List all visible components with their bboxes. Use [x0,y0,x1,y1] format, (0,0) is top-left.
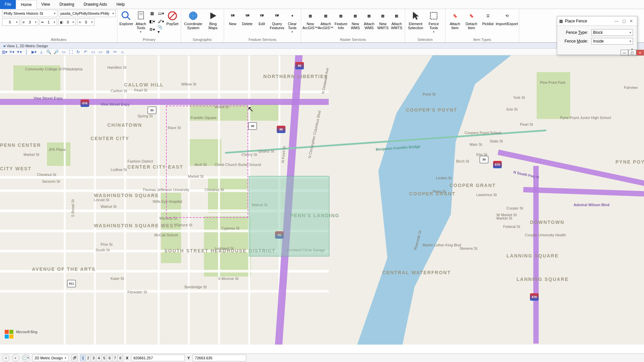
x-coord-input[interactable]: 820661.257 [131,355,185,361]
fence-mode-select[interactable]: Inside▾ [591,38,633,45]
vt-view-button[interactable]: ▥▾ [1,49,7,55]
street-label: Birch St [456,159,469,163]
tool2-button[interactable]: 🖉▾ [157,18,165,25]
vt-undo-button[interactable]: ↶ [83,49,89,55]
menu-help[interactable]: Help [112,0,129,9]
fs-clear-button[interactable]: ✴Clear Tools▾ [286,10,299,34]
model-status-value: 2D Metric Design [35,356,63,360]
vt-snap-button[interactable]: ✦▾ [16,49,22,55]
close-button[interactable]: ✕ [628,18,635,24]
ref-grid-button[interactable]: ▦ [149,10,156,17]
fs-new-button[interactable]: 🗺New [226,10,239,26]
vt-copy-button[interactable]: ⧉ [105,49,111,55]
history-button[interactable]: 🕘▾ [22,354,30,362]
view-tab-3[interactable]: 3 [91,355,96,361]
vt-play-button[interactable]: ▶▾ [31,49,37,55]
rs-newarc-button[interactable]: ▩New ArcGIS™ [303,10,317,30]
raster-icon: ▩ [350,10,361,21]
template-combo[interactable]: ⌗0▾ [77,18,95,26]
fs-query-label: Query Features [270,22,284,30]
vt-ref-button[interactable]: ☼ [119,49,125,55]
view-tab-1[interactable]: 1 [80,355,86,361]
rs-info-button[interactable]: ▩Feature Info [334,10,348,30]
rs-newwmts-button[interactable]: ▩New WMTS [377,10,389,30]
import-export-button[interactable]: ⟲Import/Export [497,10,517,26]
place-fence-dialog[interactable]: ▦ Place Fence — ▢ ✕ Fence Type: Block▾ F… [557,16,637,55]
views-button[interactable]: 🗗 [71,355,77,361]
vt-zoomin-button[interactable]: 🔍 [46,49,52,55]
rs-attacharc-button[interactable]: ▩Attach ArcGIS™ [319,10,333,30]
svg-line-1 [127,17,130,20]
fs-edit-label: Edit [259,22,265,26]
priority-icon: ◐ [60,20,63,24]
vt-fit-button[interactable]: ⛶ [68,49,74,55]
vt-zoomout-button[interactable]: 🔎 [53,49,59,55]
menu-drawing-aids[interactable]: Drawing Aids [79,0,112,9]
bing-maps-button[interactable]: Bing Maps [205,10,221,30]
explorer-button[interactable]: Explorer [119,10,133,26]
minimize-button[interactable]: — [613,18,620,24]
vt-window-button[interactable]: ▭ [60,49,66,55]
view-tab-2[interactable]: 2 [86,355,91,361]
priority-combo[interactable]: ◐0▾ [58,18,76,26]
linestyle-combo[interactable]: ━1▾ [40,18,57,26]
model-combo[interactable]: pasda_CityPhillyStreets-Philly▾ [59,10,116,17]
attach-item-button[interactable]: 🔖Attach Item [447,10,463,30]
chevron-down-icon: ▾ [630,31,631,34]
view-tab-6[interactable]: 6 [107,355,112,361]
vt-rotate-button[interactable]: ↻ [75,49,81,55]
linestyle-icon: ━ [41,20,44,24]
tool3-button[interactable]: 📎▾ [157,26,165,33]
vt-rect1-button[interactable]: ▭ [90,49,96,55]
menu-home[interactable]: Home [16,0,37,9]
rs-newarc-label: New ArcGIS™ [303,22,318,30]
vt-rect2-button[interactable]: ▭ [97,49,103,55]
menu-view[interactable]: View [37,0,55,9]
ref-dropdown-button[interactable]: ◧▾ [149,18,156,25]
fs-query-button[interactable]: 🗺Query Features [270,10,284,30]
close-button[interactable]: ✕ [636,50,644,56]
rs-attwmts-button[interactable]: ▩Attach WMTS [390,10,403,30]
fs-delete-button[interactable]: 🗺Delete [240,10,254,26]
view-tab-4[interactable]: 4 [96,355,102,361]
model-combo-status[interactable]: 2D Metric Design▾ [32,355,69,361]
rs-attwms-button[interactable]: ▩Attach WMS [363,10,375,30]
ref-settings-button[interactable]: ⚙▾ [149,26,156,33]
nav-fwd-button[interactable]: ▸ [12,354,19,362]
tool1-button[interactable]: 🗂▾ [157,10,165,17]
maximize-button[interactable]: ▢ [620,18,628,24]
style-value: 1 [48,20,50,24]
rs-info-label: Feature Info [334,22,348,30]
min-button[interactable]: — [621,50,628,56]
vt-clip-button[interactable]: ✂ [112,49,118,55]
element-selection-button[interactable]: Element Selection [407,10,424,30]
vt-zoom-button[interactable]: ✳▾ [9,49,15,55]
lineweight-combo[interactable]: ≡3▾ [21,18,38,26]
view-tab-7[interactable]: 7 [112,355,118,361]
menu-drawing[interactable]: Drawing [55,0,79,9]
view-tab-5[interactable]: 5 [102,355,107,361]
coord-system-button[interactable]: Coordinate System [183,10,203,30]
nav-back-button[interactable]: ◂ [2,354,9,362]
picklist-button[interactable]: ☰Picklist [480,10,495,26]
fence-tools-button[interactable]: Fence Tools▾ [425,10,442,34]
fence-type-select[interactable]: Block▾ [591,29,633,36]
map-view[interactable]: Delaware River 95 95 95 676 676 676 30 3… [0,55,644,345]
attach-tools-button[interactable]: Attach Tools▾ [135,10,147,34]
fs-edit-button[interactable]: 🗺Edit [255,10,268,26]
y-coord-input[interactable]: 72663.635 [193,355,246,361]
cursor-icon [410,10,421,21]
detach-item-button[interactable]: 🔖Detach Item [464,10,479,30]
template-value: 0 [85,20,87,24]
level-combo[interactable]: Philly Streets Historic St▾ [2,10,57,17]
view-tab-8[interactable]: 8 [118,355,123,361]
menu-file[interactable]: File [0,0,16,9]
popset-button[interactable]: PopSet [166,10,179,26]
fs-new-label: New [229,22,236,26]
area-label: DOWNTOWN [530,220,565,225]
rs-newwms-button[interactable]: ▩New WMS [349,10,362,30]
max-button[interactable]: ▢ [628,50,636,56]
fence-icon [428,10,439,21]
vt-perp-button[interactable]: ⊥ [38,49,44,55]
color-combo[interactable]: 5▾ [2,18,19,26]
